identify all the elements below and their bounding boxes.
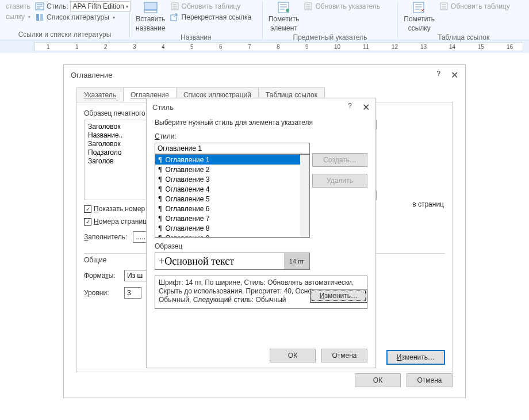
dialog-toc-title: Оглавление (71, 71, 112, 79)
levels-label: Уровни: (84, 289, 118, 297)
pilcrow-icon: ¶ (158, 234, 162, 238)
style-list-item-label: Оглавление 9 (165, 234, 209, 238)
ruler-tick: 10 (334, 44, 340, 50)
style-list-item-label: Оглавление 8 (165, 224, 209, 232)
svg-rect-4 (144, 10, 157, 13)
sample-text: +Основной текст (155, 255, 284, 268)
ruler-tick: 11 (363, 44, 369, 50)
mark-citation-icon (411, 1, 427, 14)
svg-rect-1 (36, 14, 39, 21)
style-list-item[interactable]: ¶Оглавление 1 (155, 155, 309, 165)
sample-label: Образец (155, 242, 367, 250)
modify-style-button[interactable]: Изменить… (310, 289, 367, 303)
ribbon: ставить сылку▾ Стиль: APA Fifth Edition▾… (0, 0, 529, 40)
ribbon-group-label: Ссылки и списки литературы (6, 29, 124, 39)
delete-style-button: Удалить (312, 174, 367, 188)
insert-citation-line1[interactable]: ставить (6, 1, 30, 12)
style-list-item[interactable]: ¶Оглавление 3 (155, 174, 309, 184)
svg-rect-2 (40, 14, 43, 21)
dialog-toc-titlebar: Оглавление ? ✕ (64, 65, 465, 85)
ok-button[interactable]: ОК (270, 349, 316, 362)
ruler-tick: 3 (133, 44, 136, 50)
levels-spinner[interactable]: 3 (124, 287, 141, 299)
style-list-item-label: Оглавление 3 (165, 175, 209, 184)
update-table-row: Обновить таблицу (170, 1, 252, 12)
pilcrow-icon: ¶ (158, 224, 162, 232)
ruler-tick: 16 (507, 44, 513, 50)
insert-citation-line2[interactable]: сылку▾ (6, 12, 30, 22)
style-list-item[interactable]: ¶Оглавление 4 (155, 184, 309, 194)
pilcrow-icon: ¶ (158, 155, 162, 164)
formats-combo[interactable]: Из ш (124, 270, 147, 281)
formats-label: Форматы: (84, 272, 118, 280)
ruler-tick: 7 (248, 44, 251, 50)
bibliography-icon (35, 13, 44, 22)
sample-size-badge: 14 пт (284, 253, 309, 269)
horizontal-ruler[interactable]: 112345678910111213141516 (34, 42, 523, 51)
style-list-item[interactable]: ¶Оглавление 7 (155, 213, 309, 223)
style-combo[interactable]: APA Fifth Edition▾ (70, 1, 131, 12)
ruler-tick: 9 (305, 44, 309, 50)
styles-list-label: Стили: (155, 132, 367, 140)
instruction-text: Выберите нужный стиль для элемента указа… (155, 119, 367, 127)
tab-index[interactable]: Указатель (76, 87, 124, 102)
update-icon (170, 2, 179, 11)
checkbox-icon: ✓ (84, 218, 91, 226)
ruler-tick: 15 (478, 44, 484, 50)
cancel-button[interactable]: Отмена (321, 349, 367, 362)
pilcrow-icon: ¶ (158, 175, 162, 184)
cancel-button[interactable]: Отмена (407, 373, 453, 387)
modify-toc-button[interactable]: Изменить… (386, 350, 445, 365)
close-icon[interactable]: ✕ (451, 70, 458, 81)
listbox-scrollbar[interactable] (300, 155, 309, 237)
svg-point-8 (286, 9, 289, 12)
update-index-row: Обновить указатель (304, 1, 380, 12)
pilcrow-icon: ¶ (158, 165, 162, 174)
close-icon[interactable]: ✕ (362, 102, 370, 113)
style-list-item[interactable]: ¶Оглавление 2 (155, 165, 309, 174)
update-authorities-row: Обновить таблицу (439, 1, 510, 12)
svg-rect-6 (171, 15, 177, 21)
ruler-tick: 1 (47, 44, 50, 50)
ribbon-group-citations: ставить сылку▾ Стиль: APA Fifth Edition▾… (0, 0, 129, 40)
pilcrow-icon: ¶ (158, 204, 162, 213)
ruler-tick: 14 (449, 44, 455, 50)
help-icon[interactable]: ? (436, 70, 440, 81)
ribbon-group-index: Пометить элемент Обновить указатель Пред… (263, 0, 398, 40)
help-icon[interactable]: ? (348, 102, 352, 113)
style-name-input[interactable]: Оглавление 1 (155, 143, 310, 154)
mark-citation-button[interactable]: Пометить ссылку (404, 1, 435, 32)
pages-suffix: в страниц (412, 200, 444, 208)
styles-listbox[interactable]: ¶Оглавление 1¶Оглавление 2¶Оглавление 3¶… (155, 154, 310, 238)
style-list-item[interactable]: ¶Оглавление 5 (155, 194, 309, 204)
style-list-item-label: Оглавление 4 (165, 185, 209, 193)
ribbon-group-label: Названия (136, 32, 256, 41)
ruler-tick: 2 (104, 44, 108, 50)
ribbon-group-captions: Вставить название Обновить таблицу Перек… (130, 0, 262, 40)
pilcrow-icon: ¶ (158, 194, 162, 203)
ruler-row: 112345678910111213141516 (0, 40, 529, 53)
bibliography-row[interactable]: Список литературы▾ (35, 12, 131, 22)
style-list-item-label: Оглавление 1 (165, 156, 209, 164)
style-list-item-label: Оглавление 7 (165, 215, 209, 223)
ribbon-group-label: Таблица ссылок (404, 32, 523, 41)
pilcrow-icon: ¶ (158, 185, 162, 193)
sample-preview: +Основной текст 14 пт (155, 253, 310, 270)
cross-reference-row[interactable]: Перекрестная ссылка (170, 12, 252, 22)
style-list-item[interactable]: ¶Оглавление 8 (155, 223, 309, 233)
svg-rect-3 (144, 2, 157, 10)
cross-ref-icon (170, 13, 179, 22)
ok-button[interactable]: ОК (355, 373, 401, 387)
ruler-tick: 8 (277, 44, 280, 50)
ruler-tick: 12 (392, 44, 398, 50)
ruler-tick: 6 (219, 44, 223, 50)
dialog-style-titlebar: Стиль ? ✕ (147, 98, 375, 116)
style-list-item[interactable]: ¶Оглавление 9 (155, 233, 309, 238)
ruler-tick: 13 (420, 44, 427, 50)
checkbox-icon: ✓ (84, 205, 91, 213)
style-list-item-label: Оглавление 6 (165, 205, 209, 213)
mark-entry-button[interactable]: Пометить элемент (269, 1, 300, 32)
insert-caption-button[interactable]: Вставить название (136, 1, 166, 32)
style-list-item[interactable]: ¶Оглавление 6 (155, 204, 309, 213)
pilcrow-icon: ¶ (158, 214, 162, 223)
